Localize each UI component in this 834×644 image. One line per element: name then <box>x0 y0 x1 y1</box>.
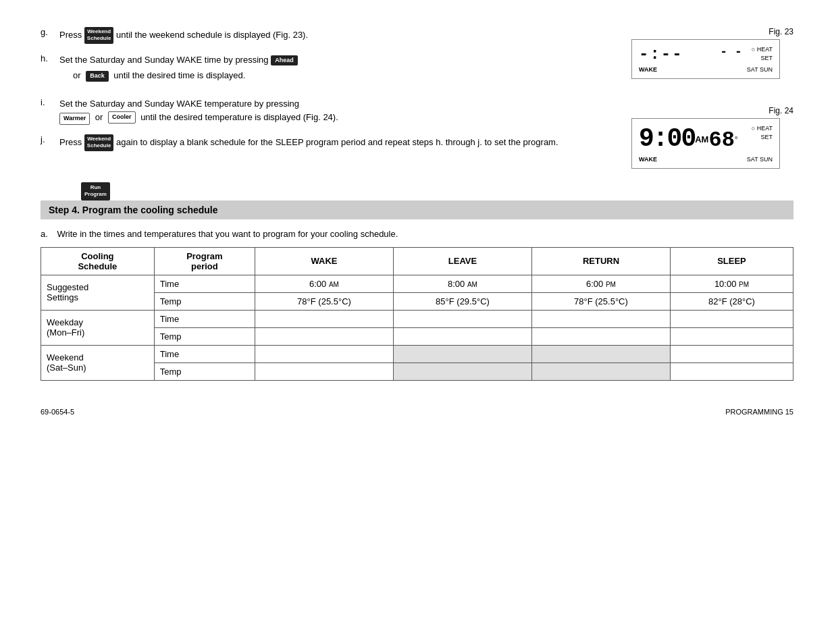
fig24-degree: ° <box>735 135 738 144</box>
figure-23-block: Fig. 23 -:-- - - ○ HEAT SET <box>631 27 793 79</box>
warmer-btn[interactable]: Warmer <box>59 113 90 125</box>
weekend-time-wake <box>255 345 394 363</box>
table-row: Temp <box>41 327 793 345</box>
weekday-temp-period: Temp <box>154 327 255 345</box>
fig24-heat-label: HEAT <box>757 125 773 132</box>
suggested-settings-label: SuggestedSettings <box>41 275 155 310</box>
suggested-temp-return: 78°F (25.5°C) <box>531 292 670 310</box>
table-row: Temp <box>41 363 793 380</box>
fig24-sat-sun: SAT SUN <box>747 156 773 163</box>
fig24-temp: 68 <box>708 128 734 153</box>
fig23-set-dashes: - - <box>720 45 741 59</box>
instruction-i: i. Set the Saturday and Sunday WAKE temp… <box>41 97 611 125</box>
page-container: g. Press WeekendSchedule until the weeke… <box>0 0 834 443</box>
fig24-heat-icon: ○ HEAT <box>752 124 773 133</box>
weekend-label: Weekend(Sat–Sun) <box>41 345 155 380</box>
weekend-schedule-btn-g[interactable]: WeekendSchedule <box>84 27 114 44</box>
fig24-display: 9:00AM68° ○ HEAT SET WAKE SAT SUN <box>631 118 780 169</box>
fig23-top: -:-- - - ○ HEAT SET <box>639 45 773 63</box>
back-btn[interactable]: Back <box>86 71 109 82</box>
or-label-i: or <box>95 112 103 122</box>
footer-left: 69-0654-5 <box>41 408 74 416</box>
weekend-temp-sleep <box>670 363 793 380</box>
fig24-label: Fig. 24 <box>768 106 793 115</box>
fig24-time-digits: 9:00 <box>639 124 695 153</box>
weekend-temp-return <box>531 363 670 380</box>
suggested-time-period: Time <box>154 275 255 292</box>
text-h-end: until the desired time is displayed. <box>113 70 245 80</box>
instruction-g: g. Press WeekendSchedule until the weeke… <box>41 27 611 44</box>
suggested-time-sleep: 10:00 PM <box>670 275 793 292</box>
text-g: Press WeekendSchedule until the weekend … <box>59 27 611 44</box>
left-instructions: g. Press WeekendSchedule until the weeke… <box>41 27 611 169</box>
weekend-temp-leave <box>393 363 531 380</box>
text-j: Press WeekendSchedule again to display a… <box>59 134 611 151</box>
suggested-time-return: 6:00 PM <box>531 275 670 292</box>
text-g-content: until the weekend schedule is displayed … <box>116 30 308 40</box>
weekday-label: Weekday(Mon–Fri) <box>41 310 155 345</box>
weekday-temp-wake <box>255 327 394 345</box>
table-row: Weekend(Sat–Sun) Time <box>41 345 793 363</box>
fig23-wake: WAKE <box>639 66 657 73</box>
h-sub: or Back until the desired time is displa… <box>59 69 611 82</box>
run-program-btn[interactable]: RunProgram <box>81 182 110 200</box>
weekend-temp-wake <box>255 363 394 380</box>
press-label-g: Press <box>59 30 82 40</box>
col-leave: LEAVE <box>393 247 531 275</box>
table-header-row: CoolingSchedule Programperiod WAKE LEAVE… <box>41 247 793 275</box>
cooler-btn[interactable]: Cooler <box>108 111 136 124</box>
content-area: g. Press WeekendSchedule until the weeke… <box>41 27 793 169</box>
fig23-sat-sun: SAT SUN <box>747 66 773 73</box>
weekday-temp-return <box>531 327 670 345</box>
footer-right: PROGRAMMING 15 <box>725 408 793 416</box>
col-wake: WAKE <box>255 247 394 275</box>
step4-header: Step 4. Program the cooling schedule <box>41 200 793 219</box>
right-figures: Fig. 23 -:-- - - ○ HEAT SET <box>631 27 793 169</box>
weekend-time-period: Time <box>154 345 255 363</box>
fig23-heat-set: ○ HEAT SET <box>752 45 773 62</box>
fig23-bottom: WAKE SAT SUN <box>639 66 773 73</box>
col-sleep: SLEEP <box>670 247 793 275</box>
col-program-period: Programperiod <box>154 247 255 275</box>
suggested-temp-leave: 85°F (29.5°C) <box>393 292 531 310</box>
footer: 69-0654-5 PROGRAMMING 15 <box>41 408 793 416</box>
fig24-heat-set: ○ HEAT SET <box>752 124 773 141</box>
fig23-set-label: SET <box>752 54 773 63</box>
suggested-temp-period: Temp <box>154 292 255 310</box>
weekday-temp-sleep <box>670 327 793 345</box>
text-i-start: Set the Saturday and Sunday WAKE tempera… <box>59 99 299 109</box>
weekend-schedule-btn-j[interactable]: WeekendSchedule <box>84 134 114 151</box>
instruction-j: j. Press WeekendSchedule again to displa… <box>41 134 611 151</box>
step4-intro-content: Write in the times and temperatures that… <box>57 229 398 239</box>
weekday-time-sleep <box>670 310 793 327</box>
weekday-time-leave <box>393 310 531 327</box>
weekend-time-return <box>531 345 670 363</box>
fig23-dash: -:-- <box>639 45 683 63</box>
fig23-time: -:-- <box>639 45 683 63</box>
fig23-label: Fig. 23 <box>768 27 793 36</box>
step4-title: Step 4. Program the cooling schedule <box>49 205 218 215</box>
ahead-btn[interactable]: Ahead <box>271 55 298 66</box>
weekday-time-period: Time <box>154 310 255 327</box>
table-row: Temp 78°F (25.5°C) 85°F (29.5°C) 78°F (2… <box>41 292 793 310</box>
suggested-temp-wake: 78°F (25.5°C) <box>255 292 394 310</box>
press-label-j: Press <box>59 137 82 147</box>
text-h-start: Set the Saturday and Sunday WAKE time by… <box>59 55 269 65</box>
fig23-display: -:-- - - ○ HEAT SET <box>631 39 780 79</box>
fig24-wake: WAKE <box>639 156 657 163</box>
step4-intro-text: a. <box>41 229 48 239</box>
schedule-table: CoolingSchedule Programperiod WAKE LEAVE… <box>41 247 793 381</box>
fig23-set-val: - - <box>720 45 741 59</box>
text-i-end: until the desired temperature is display… <box>140 112 338 122</box>
or-label-h: or <box>73 70 81 80</box>
letter-i: i. <box>41 97 53 125</box>
fig24-top: 9:00AM68° ○ HEAT SET <box>639 124 773 153</box>
fig24-set-label: SET <box>752 133 773 142</box>
suggested-time-wake: 6:00 AM <box>255 275 394 292</box>
fig24-time-area: 9:00AM68° <box>639 124 738 153</box>
text-j-content: again to display a blank schedule for th… <box>116 137 558 147</box>
col-return: RETURN <box>531 247 670 275</box>
step4-intro: a. Write in the times and temperatures t… <box>41 229 793 239</box>
col-cooling-schedule: CoolingSchedule <box>41 247 155 275</box>
figure-24-block: Fig. 24 9:00AM68° ○ HEAT SET WAKE SAT S <box>631 106 793 169</box>
